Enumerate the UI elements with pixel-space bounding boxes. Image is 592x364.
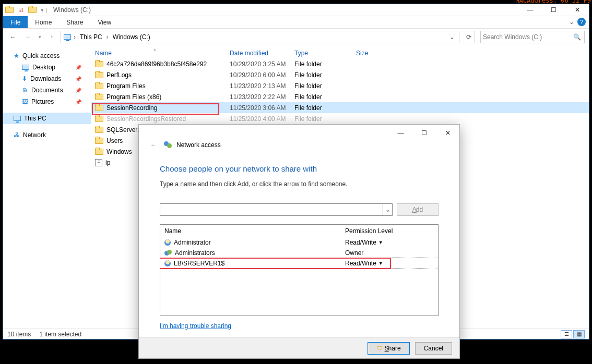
dialog-back-button[interactable]: ← bbox=[147, 141, 160, 149]
col-date[interactable]: Date modified bbox=[226, 50, 290, 57]
dialog-maximize-button[interactable]: ☐ bbox=[412, 125, 436, 141]
refresh-button[interactable]: ⟳ bbox=[463, 31, 475, 43]
title-bar: ☑ ▾ | Windows (C:) — ☐ ✕ bbox=[3, 4, 589, 16]
nav-this-pc[interactable]: This PC bbox=[3, 113, 91, 124]
search-icon: 🔍 bbox=[573, 33, 581, 41]
nav-pictures[interactable]: 🖼Pictures📌 bbox=[3, 96, 91, 107]
shield-icon: 🛡 bbox=[376, 345, 383, 352]
dialog-minimize-button[interactable]: — bbox=[389, 125, 412, 141]
add-button[interactable]: Add bbox=[397, 203, 439, 216]
network-icon: 🖧 bbox=[14, 131, 20, 139]
user-combo-input[interactable]: ⌄ bbox=[160, 203, 393, 216]
dialog-title: Network access bbox=[176, 141, 221, 149]
pin-icon: 📌 bbox=[75, 99, 81, 105]
star-icon: ★ bbox=[14, 52, 19, 59]
view-icons-button[interactable]: ▦ bbox=[573, 330, 585, 338]
file-row[interactable]: SessionRecordingsRestored11/25/2020 4:00… bbox=[91, 113, 589, 124]
search-box[interactable]: Search Windows (C:) 🔍 bbox=[480, 31, 585, 43]
tab-view[interactable]: View bbox=[90, 16, 119, 28]
pictures-icon: 🖼 bbox=[22, 98, 28, 105]
nav-network[interactable]: 🖧Network bbox=[3, 129, 91, 141]
qat-divider: ▾ | bbox=[40, 6, 48, 14]
download-icon: ⬇ bbox=[22, 75, 27, 82]
pin-icon: 📌 bbox=[75, 76, 81, 82]
search-placeholder: Search Windows (C:) bbox=[483, 33, 542, 41]
recent-dropdown[interactable]: ▾ bbox=[37, 31, 43, 43]
breadcrumb-pc-icon bbox=[63, 33, 72, 41]
breadcrumb-dropdown-icon[interactable]: ⌄ bbox=[449, 33, 457, 41]
documents-icon: 🗎 bbox=[22, 87, 28, 94]
dialog-heading: Choose people on your network to share w… bbox=[160, 164, 439, 173]
overlay-mac-text: MACAddress: 06_32_F9 bbox=[516, 0, 591, 4]
pc-icon bbox=[14, 116, 21, 121]
cancel-button[interactable]: Cancel bbox=[415, 342, 452, 355]
nav-quick-access[interactable]: ★Quick access bbox=[3, 50, 91, 62]
status-count: 10 items bbox=[7, 331, 31, 338]
perm-col-level[interactable]: Permission Level bbox=[345, 227, 434, 235]
minimize-button[interactable]: — bbox=[518, 4, 542, 16]
file-row[interactable]: Program Files (x86)11/23/2020 2:22 AMFil… bbox=[91, 91, 589, 102]
file-row[interactable]: Program Files11/23/2020 2:13 AMFile fold… bbox=[91, 80, 589, 91]
trouble-sharing-link[interactable]: I'm having trouble sharing bbox=[160, 322, 231, 330]
status-selected: 1 item selected bbox=[39, 331, 81, 338]
nav-downloads[interactable]: ⬇Downloads📌 bbox=[3, 73, 91, 84]
maximize-button[interactable]: ☐ bbox=[542, 4, 565, 16]
nav-desktop[interactable]: Desktop📌 bbox=[3, 62, 91, 73]
view-details-button[interactable]: ☰ bbox=[561, 330, 572, 338]
ribbon-expand-icon[interactable]: ⌄ bbox=[569, 18, 574, 26]
perm-col-name[interactable]: Name bbox=[164, 227, 345, 235]
file-tab[interactable]: File bbox=[3, 16, 28, 28]
desktop-icon bbox=[22, 65, 29, 70]
combo-dropdown-icon[interactable]: ⌄ bbox=[383, 204, 392, 215]
qat-checked-icon[interactable]: ☑ bbox=[17, 6, 25, 14]
column-headers[interactable]: Name Date modified Type Size bbox=[91, 46, 589, 58]
breadcrumb-seg-2[interactable]: Windows (C:) bbox=[111, 33, 152, 41]
pin-icon: 📌 bbox=[75, 88, 81, 93]
close-button[interactable]: ✕ bbox=[565, 4, 589, 16]
file-row[interactable]: PerfLogs10/29/2020 6:00 AMFile folder bbox=[91, 69, 589, 80]
window-title: Windows (C:) bbox=[53, 6, 91, 14]
forward-button[interactable]: → bbox=[22, 31, 33, 43]
dialog-subtext: Type a name and then click Add, or click… bbox=[160, 180, 439, 188]
app-folder-icon bbox=[5, 6, 14, 14]
tab-share[interactable]: Share bbox=[59, 16, 90, 28]
dialog-close-button[interactable]: ✕ bbox=[436, 125, 459, 141]
breadcrumb-bar[interactable]: This PC Windows (C:) ⌄ bbox=[61, 31, 459, 43]
network-access-dialog: — ☐ ✕ ← Network access Choose people on … bbox=[138, 124, 460, 359]
permission-row[interactable]: AdministratorRead/Write ▼ bbox=[160, 237, 438, 248]
help-icon[interactable]: ? bbox=[577, 18, 586, 26]
permission-row[interactable]: AdministratorsOwner bbox=[160, 248, 438, 258]
col-name[interactable]: Name bbox=[91, 50, 226, 57]
permission-row[interactable]: LB\SRSERVER1$Read/Write ▼ bbox=[160, 258, 438, 269]
up-button[interactable]: ↑ bbox=[46, 31, 57, 43]
qat-folder-icon[interactable] bbox=[28, 6, 37, 14]
file-row[interactable]: SessionRecording11/25/2020 3:06 AMFile f… bbox=[91, 102, 589, 113]
permission-list: Name Permission Level AdministratorRead/… bbox=[160, 224, 439, 316]
address-bar-row: ← → ▾ ↑ This PC Windows (C:) ⌄ ⟳ Search … bbox=[3, 29, 589, 45]
tab-home[interactable]: Home bbox=[28, 16, 59, 28]
col-type[interactable]: Type bbox=[290, 50, 352, 57]
breadcrumb-seg-1[interactable]: This PC bbox=[78, 33, 104, 41]
col-size[interactable]: Size bbox=[352, 50, 394, 57]
nav-pane: ★Quick access Desktop📌 ⬇Downloads📌 🗎Docu… bbox=[3, 46, 91, 329]
share-button[interactable]: 🛡 Share bbox=[368, 342, 410, 355]
file-row[interactable]: 46c2a726da869f96b3b8c5f458e29210/29/2020… bbox=[91, 58, 589, 69]
network-access-icon bbox=[164, 141, 172, 149]
nav-documents[interactable]: 🗎Documents📌 bbox=[3, 84, 91, 96]
pin-icon: 📌 bbox=[75, 65, 81, 70]
ribbon-tabs: File Home Share View ⌄ ? bbox=[3, 16, 589, 29]
back-button[interactable]: ← bbox=[7, 31, 19, 43]
